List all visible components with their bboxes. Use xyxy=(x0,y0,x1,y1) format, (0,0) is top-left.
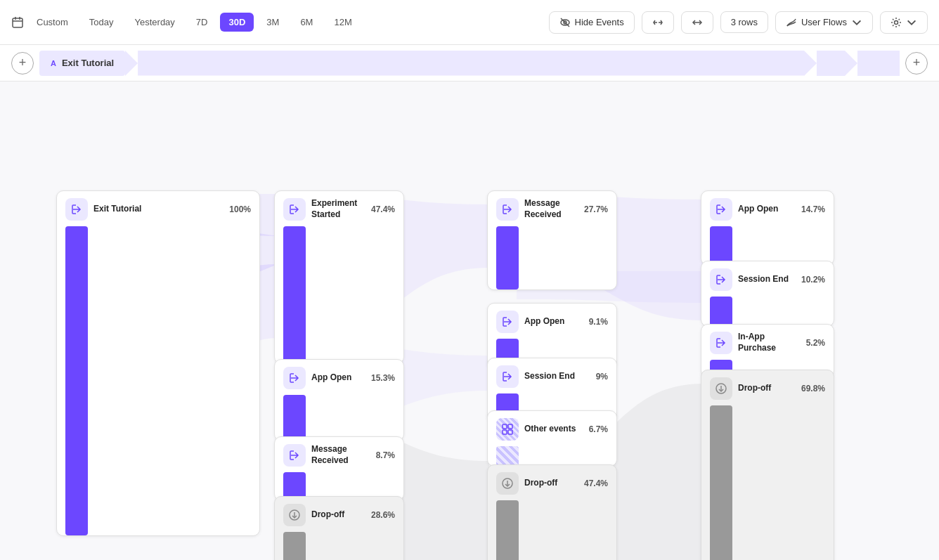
dropoff-col3-label: Drop-off xyxy=(524,478,578,489)
session-end-col4-pct: 10.2% xyxy=(801,275,825,285)
app-open-col4-bar xyxy=(710,226,732,265)
breadcrumb-bar: + A Exit Tutorial + xyxy=(0,45,939,82)
app-open-col4-label: App Open xyxy=(738,204,796,215)
add-left-button[interactable]: + xyxy=(11,52,34,74)
svg-rect-16 xyxy=(508,430,512,434)
30d-button[interactable]: 30D xyxy=(220,13,254,32)
other-events-card[interactable]: Other events 6.7% xyxy=(487,410,617,467)
expand-arrows-icon xyxy=(692,17,703,28)
app-open-col3-pct: 9.1% xyxy=(589,317,608,327)
user-flows-icon xyxy=(786,17,797,28)
message-received-col2-label: Message Received xyxy=(311,444,370,466)
exit-tutorial-pct: 100% xyxy=(229,204,251,214)
svg-rect-0 xyxy=(13,18,22,27)
12m-button[interactable]: 12M xyxy=(325,13,360,32)
eye-slash-icon xyxy=(559,17,571,28)
user-flows-button[interactable]: User Flows xyxy=(775,11,873,34)
message-received-col2-pct: 8.7% xyxy=(376,450,395,460)
user-flows-label: User Flows xyxy=(801,17,847,27)
message-received-col3-label: Message Received xyxy=(524,198,578,220)
experiment-started-pct: 47.4% xyxy=(371,204,395,214)
dropoff-col4-bar xyxy=(710,405,732,560)
dropoff-col2-label: Drop-off xyxy=(311,509,365,521)
other-events-pct: 6.7% xyxy=(589,424,608,434)
3m-button[interactable]: 3M xyxy=(258,13,287,32)
chevron-down-icon-2 xyxy=(906,17,917,28)
experiment-started-label: Experiment Started xyxy=(311,198,365,220)
app-open-col2-pct: 15.3% xyxy=(371,373,395,383)
chevron-down-icon xyxy=(851,17,862,28)
expand-button[interactable] xyxy=(681,11,713,34)
message-received-col3-bar xyxy=(496,226,519,289)
rows-label: 3 rows xyxy=(731,17,758,27)
svg-point-10 xyxy=(895,20,898,24)
session-end-col4-card[interactable]: Session End 10.2% xyxy=(701,261,834,327)
app-open-col2-card[interactable]: App Open 15.3% xyxy=(274,359,404,441)
gear-icon xyxy=(891,17,902,28)
dropoff-col3-card[interactable]: Drop-off 47.4% xyxy=(487,464,617,560)
custom-button[interactable]: Custom xyxy=(28,13,77,32)
hide-events-button[interactable]: Hide Events xyxy=(549,11,635,34)
main-canvas: Exit Tutorial 100% Experiment Started 47… xyxy=(0,82,939,560)
exit-tutorial-card[interactable]: Exit Tutorial 100% xyxy=(56,190,260,536)
breadcrumb-item[interactable]: A Exit Tutorial xyxy=(39,51,125,76)
message-received-col3-card[interactable]: Message Received 27.7% xyxy=(487,190,617,290)
session-end-col4-label: Session End xyxy=(738,274,796,285)
other-events-label: Other events xyxy=(524,424,583,435)
svg-rect-15 xyxy=(503,430,507,434)
hide-events-label: Hide Events xyxy=(575,17,624,27)
settings-button[interactable] xyxy=(880,11,928,34)
session-end-col3-pct: 9% xyxy=(596,372,608,382)
exit-tutorial-label: Exit Tutorial xyxy=(93,204,224,215)
app-open-col4-card[interactable]: App Open 14.7% xyxy=(701,190,834,266)
toolbar: Custom Today Yesterday 7D 30D 3M 6M 12M … xyxy=(0,0,939,45)
dropoff-col3-bar xyxy=(496,500,519,560)
exit-tutorial-bar xyxy=(65,226,88,535)
svg-rect-14 xyxy=(508,424,512,429)
app-open-col2-label: App Open xyxy=(311,372,365,384)
add-right-button[interactable]: + xyxy=(905,52,928,74)
message-received-col2-card[interactable]: Message Received 8.7% xyxy=(274,436,404,501)
narrow-button[interactable] xyxy=(642,11,674,34)
breadcrumb-label: Exit Tutorial xyxy=(62,58,114,68)
rows-button[interactable]: 3 rows xyxy=(720,11,768,33)
step-letter: A xyxy=(51,59,56,67)
exit-tutorial-header: Exit Tutorial 100% xyxy=(57,191,259,226)
other-events-bar xyxy=(496,446,519,466)
toolbar-left: Custom Today Yesterday 7D 30D 3M 6M 12M xyxy=(11,13,361,32)
calendar-icon xyxy=(11,16,24,29)
app-open-col2-bar xyxy=(283,395,306,441)
in-app-purchase-label: In-App Purchase xyxy=(738,332,801,353)
today-button[interactable]: Today xyxy=(81,13,122,32)
experiment-started-bar xyxy=(283,226,306,363)
dropoff-col4-card[interactable]: Drop-off 69.8% xyxy=(701,370,834,560)
experiment-started-card[interactable]: Experiment Started 47.4% xyxy=(274,190,404,364)
svg-rect-13 xyxy=(503,424,507,429)
app-open-col4-pct: 14.7% xyxy=(801,204,825,214)
app-open-col3-label: App Open xyxy=(524,316,583,327)
dropoff-col2-card[interactable]: Drop-off 28.6% xyxy=(274,496,404,560)
dropoff-col2-bar xyxy=(283,532,306,560)
exit-tutorial-icon xyxy=(65,198,88,221)
dropoff-col3-pct: 47.4% xyxy=(584,478,608,488)
toolbar-right: Hide Events 3 rows User Flows xyxy=(549,11,928,34)
yesterday-button[interactable]: Yesterday xyxy=(127,13,183,32)
6m-button[interactable]: 6M xyxy=(292,13,321,32)
session-end-col3-label: Session End xyxy=(524,371,590,382)
session-end-col4-bar xyxy=(710,297,732,326)
7d-button[interactable]: 7D xyxy=(188,13,216,32)
dropoff-col4-label: Drop-off xyxy=(738,383,796,394)
dropoff-col2-pct: 28.6% xyxy=(371,510,395,520)
in-app-purchase-pct: 5.2% xyxy=(806,338,825,348)
narrow-arrows-icon xyxy=(652,17,663,28)
dropoff-col4-pct: 69.8% xyxy=(801,384,825,393)
message-received-col3-pct: 27.7% xyxy=(584,204,608,214)
